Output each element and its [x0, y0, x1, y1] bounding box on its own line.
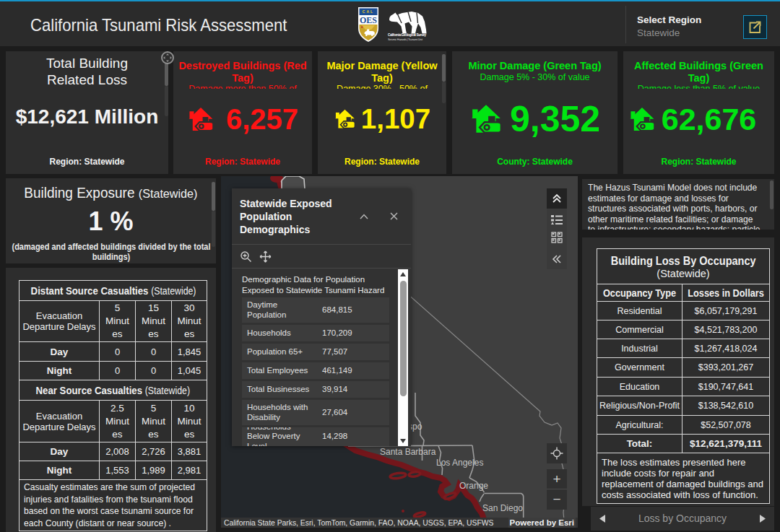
svg-text:Seismic Hazards | Tsunami Unit: Seismic Hazards | Tsunami Unit	[388, 38, 423, 41]
svg-text:CAL: CAL	[363, 9, 374, 14]
svg-text:Los Angeles: Los Angeles	[436, 458, 483, 468]
svg-text:San Diego: San Diego	[482, 503, 523, 513]
svg-text:Santa Barbara: Santa Barbara	[380, 447, 436, 457]
svg-text:California Geological Survey: California Geological Survey	[388, 33, 426, 37]
svg-text:OES: OES	[360, 15, 377, 25]
svg-text:Orange: Orange	[459, 481, 488, 491]
